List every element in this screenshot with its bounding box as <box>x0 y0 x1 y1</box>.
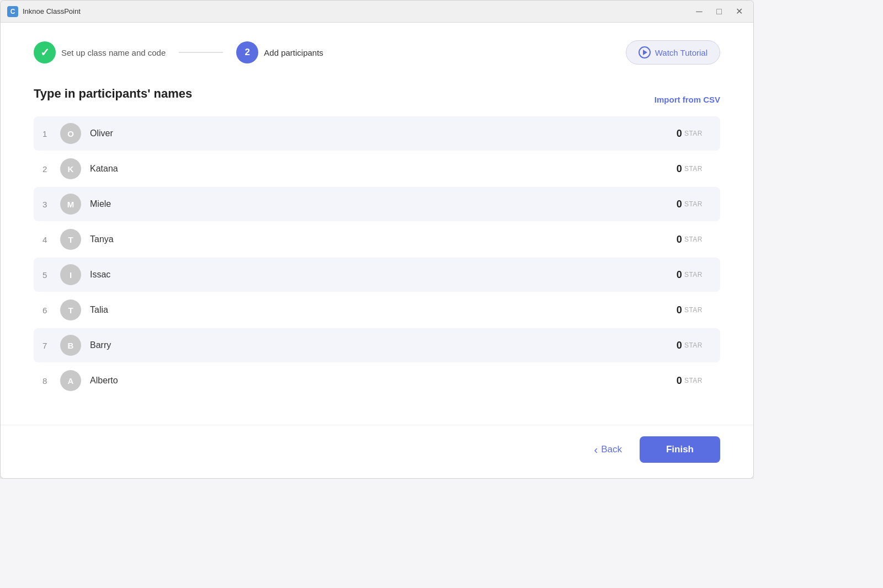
participant-row: 4 T Tanya 0 STAR <box>34 222 720 256</box>
participant-row: 2 K Katana 0 STAR <box>34 152 720 186</box>
row-number: 3 <box>42 200 60 209</box>
step1-item: ✓ Set up class name and code <box>34 41 166 63</box>
participant-row: 6 T Talia 0 STAR <box>34 293 720 327</box>
star-count: 0 STAR <box>677 340 703 351</box>
row-number: 6 <box>42 306 60 315</box>
star-label: STAR <box>684 236 703 243</box>
avatar: T <box>60 229 81 250</box>
star-number: 0 <box>677 128 682 140</box>
maximize-button[interactable]: □ <box>711 4 727 19</box>
participant-row: 5 I Issac 0 STAR <box>34 258 720 292</box>
step2-label: Add participants <box>264 48 323 57</box>
star-number: 0 <box>677 375 682 387</box>
window-title: Inknoe ClassPoint <box>23 7 81 15</box>
title-bar-left: C Inknoe ClassPoint <box>7 6 81 17</box>
title-bar: C Inknoe ClassPoint ─ □ ✕ <box>1 1 753 23</box>
row-number: 7 <box>42 341 60 350</box>
row-number: 8 <box>42 376 60 386</box>
star-number: 0 <box>677 340 682 351</box>
watch-tutorial-button[interactable]: Watch Tutorial <box>626 40 720 65</box>
main-content: ✓ Set up class name and code 2 Add parti… <box>1 23 753 425</box>
star-label: STAR <box>684 306 703 314</box>
steps-row: ✓ Set up class name and code 2 Add parti… <box>34 41 323 63</box>
main-window: C Inknoe ClassPoint ─ □ ✕ ✓ Set up class… <box>0 0 754 479</box>
star-number: 0 <box>677 163 682 175</box>
star-label: STAR <box>684 271 703 279</box>
avatar: M <box>60 194 81 215</box>
play-triangle <box>643 50 647 55</box>
star-count: 0 STAR <box>677 234 703 245</box>
star-count: 0 STAR <box>677 199 703 210</box>
back-chevron-icon: ‹ <box>594 443 598 456</box>
star-number: 0 <box>677 234 682 245</box>
avatar: A <box>60 370 81 391</box>
step1-checkmark: ✓ <box>40 46 50 59</box>
step1-label: Set up class name and code <box>61 48 166 57</box>
back-label: Back <box>601 444 622 455</box>
participant-name: Katana <box>90 164 677 174</box>
step1-circle: ✓ <box>34 41 56 63</box>
star-count: 0 STAR <box>677 128 703 140</box>
section-header: Type in participants' names Import from … <box>34 87 720 112</box>
avatar: B <box>60 335 81 356</box>
participant-name: Oliver <box>90 129 677 138</box>
import-csv-link[interactable]: Import from CSV <box>655 95 720 104</box>
window-controls: ─ □ ✕ <box>691 4 747 19</box>
star-number: 0 <box>677 304 682 316</box>
avatar: T <box>60 300 81 320</box>
participant-row: 3 M Miele 0 STAR <box>34 187 720 221</box>
participant-name: Alberto <box>90 376 677 386</box>
row-number: 1 <box>42 129 60 138</box>
star-label: STAR <box>684 341 703 349</box>
avatar: K <box>60 158 81 179</box>
row-number: 2 <box>42 164 60 174</box>
star-number: 0 <box>677 269 682 281</box>
participant-row: 8 A Alberto 0 STAR <box>34 364 720 398</box>
minimize-button[interactable]: ─ <box>691 4 707 19</box>
close-button[interactable]: ✕ <box>731 4 747 19</box>
participant-name: Miele <box>90 199 677 209</box>
star-count: 0 STAR <box>677 375 703 387</box>
step2-item: 2 Add participants <box>236 41 323 63</box>
footer: ‹ Back Finish <box>1 425 753 478</box>
header-row: ✓ Set up class name and code 2 Add parti… <box>34 40 720 65</box>
star-label: STAR <box>684 200 703 208</box>
star-label: STAR <box>684 130 703 137</box>
step2-circle: 2 <box>236 41 258 63</box>
avatar: O <box>60 123 81 144</box>
star-count: 0 STAR <box>677 304 703 316</box>
participant-name: Issac <box>90 270 677 280</box>
section-title: Type in participants' names <box>34 87 192 101</box>
step-divider <box>179 52 223 53</box>
participant-row: 7 B Barry 0 STAR <box>34 328 720 362</box>
participant-name: Talia <box>90 305 677 315</box>
watch-tutorial-label: Watch Tutorial <box>655 48 708 57</box>
participant-name: Tanya <box>90 234 677 244</box>
row-number: 4 <box>42 235 60 244</box>
star-number: 0 <box>677 199 682 210</box>
play-icon <box>639 46 651 58</box>
star-label: STAR <box>684 165 703 173</box>
avatar: I <box>60 264 81 285</box>
star-label: STAR <box>684 377 703 384</box>
step2-number: 2 <box>245 47 250 58</box>
back-button[interactable]: ‹ Back <box>585 438 630 462</box>
participant-row: 1 O Oliver 0 STAR <box>34 116 720 151</box>
star-count: 0 STAR <box>677 269 703 281</box>
row-number: 5 <box>42 270 60 280</box>
participant-name: Barry <box>90 340 677 350</box>
participants-container[interactable]: 1 O Oliver 0 STAR 2 K Katana 0 STAR 3 M … <box>34 116 720 407</box>
app-icon: C <box>7 6 18 17</box>
finish-button[interactable]: Finish <box>640 436 720 463</box>
star-count: 0 STAR <box>677 163 703 175</box>
